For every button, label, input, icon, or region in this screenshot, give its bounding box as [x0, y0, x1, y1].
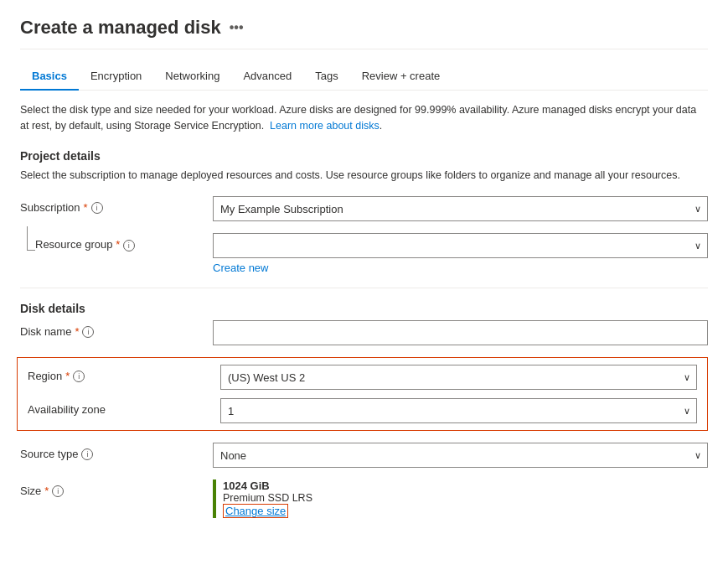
- project-details-section: Project details Select the subscription …: [20, 149, 708, 275]
- page-title: Create a managed disk: [20, 17, 221, 39]
- disk-details-section: Disk details Disk name * i Region * i: [20, 302, 708, 518]
- availability-zone-control: 1 2 3 ∨: [220, 398, 697, 423]
- tab-review-create[interactable]: Review + create: [350, 63, 452, 91]
- region-az-highlight: Region * i (US) West US 2 ∨ Availabili: [17, 357, 708, 431]
- disk-name-label: Disk name * i: [20, 320, 213, 338]
- disk-name-control: [213, 320, 708, 345]
- subscription-select-wrapper: My Example Subscription ∨: [213, 196, 708, 221]
- section-divider-1: [20, 288, 708, 288]
- source-type-row: Source type i None Snapshot Storage blob…: [20, 443, 708, 468]
- source-type-info-icon[interactable]: i: [81, 448, 93, 460]
- region-control: (US) West US 2 ∨: [220, 365, 697, 390]
- subscription-label: Subscription * i: [20, 196, 213, 214]
- tab-tags[interactable]: Tags: [303, 63, 349, 91]
- rg-required: *: [116, 238, 120, 251]
- tab-networking[interactable]: Networking: [153, 63, 231, 91]
- basics-description: Select the disk type and size needed for…: [20, 102, 708, 134]
- source-type-control: None Snapshot Storage blob Disk ∨: [213, 443, 708, 468]
- availability-zone-row: Availability zone 1 2 3 ∨: [28, 398, 697, 423]
- disk-name-input[interactable]: [213, 320, 708, 345]
- size-row: Size * i 1024 GiB Premium SSD LRS Change…: [20, 479, 708, 518]
- region-select-wrapper: (US) West US 2 ∨: [220, 365, 697, 390]
- size-control: 1024 GiB Premium SSD LRS Change size: [213, 479, 708, 518]
- size-label: Size * i: [20, 479, 213, 497]
- subscription-info-icon[interactable]: i: [91, 202, 103, 214]
- region-row: Region * i (US) West US 2 ∨: [28, 365, 697, 390]
- source-type-select[interactable]: None Snapshot Storage blob Disk: [213, 443, 708, 468]
- size-number: 1024 GiB: [223, 479, 312, 492]
- disk-details-title: Disk details: [20, 302, 708, 315]
- learn-more-link[interactable]: Learn more about disks: [270, 120, 379, 132]
- project-details-title: Project details: [20, 149, 708, 163]
- resource-group-label-container: Resource group * i: [20, 233, 213, 251]
- resource-group-row: Resource group * i ∨ Create new: [20, 233, 708, 274]
- tab-advanced[interactable]: Advanced: [231, 63, 303, 91]
- size-info-icon[interactable]: i: [52, 485, 64, 497]
- size-type: Premium SSD LRS: [223, 492, 312, 504]
- page-container: Create a managed disk ••• Basics Encrypt…: [0, 0, 728, 565]
- region-label: Region * i: [28, 365, 220, 382]
- resource-group-select[interactable]: [213, 233, 708, 258]
- page-header: Create a managed disk •••: [20, 17, 708, 49]
- availability-zone-label: Availability zone: [28, 398, 220, 416]
- availability-zone-select[interactable]: 1 2 3: [220, 398, 697, 423]
- tab-encryption[interactable]: Encryption: [79, 63, 153, 91]
- resource-group-control: ∨ Create new: [213, 233, 708, 274]
- source-type-label: Source type i: [20, 443, 213, 460]
- disk-name-row: Disk name * i: [20, 320, 708, 345]
- subscription-required: *: [84, 201, 88, 214]
- size-value: 1024 GiB Premium SSD LRS Change size: [223, 479, 312, 518]
- region-select[interactable]: (US) West US 2: [220, 365, 697, 390]
- rg-indent: Resource group * i: [20, 238, 135, 251]
- az-select-wrapper: 1 2 3 ∨: [220, 398, 697, 423]
- subscription-row: Subscription * i My Example Subscription…: [20, 196, 708, 221]
- create-new-link[interactable]: Create new: [213, 262, 268, 274]
- size-bar-indicator: [213, 479, 216, 518]
- more-options-icon[interactable]: •••: [230, 20, 244, 35]
- rg-info-icon[interactable]: i: [123, 240, 135, 251]
- tab-basics[interactable]: Basics: [20, 63, 79, 91]
- subscription-select[interactable]: My Example Subscription: [213, 196, 708, 221]
- resource-group-label: Resource group * i: [35, 238, 135, 251]
- change-size-link[interactable]: Change size: [223, 504, 288, 518]
- source-type-select-wrapper: None Snapshot Storage blob Disk ∨: [213, 443, 708, 468]
- tab-bar: Basics Encryption Networking Advanced Ta…: [20, 63, 708, 91]
- project-details-desc: Select the subscription to manage deploy…: [20, 168, 708, 184]
- rg-select-wrapper: ∨: [213, 233, 708, 258]
- subscription-control: My Example Subscription ∨: [213, 196, 708, 221]
- disk-name-info-icon[interactable]: i: [82, 326, 94, 338]
- region-info-icon[interactable]: i: [73, 371, 85, 382]
